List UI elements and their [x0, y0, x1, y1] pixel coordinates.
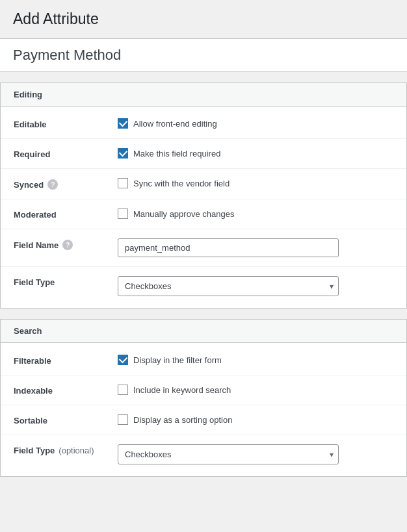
editing-section-header: Editing — [1, 83, 406, 107]
moderated-label[interactable]: Manually approve changes — [118, 209, 234, 219]
synced-help-icon[interactable]: ? — [47, 179, 58, 190]
required-checkbox[interactable] — [118, 148, 128, 158]
synced-label[interactable]: Sync with the vendor field — [118, 178, 230, 188]
field-row-moderated: Moderated Manually approve changes — [1, 199, 406, 229]
page-title: Add Attribute — [0, 10, 407, 38]
field-row-required: Required Make this field required — [1, 139, 406, 169]
field-row-synced: Synced ? Sync with the vendor field — [1, 169, 406, 199]
control-moderated: Manually approve changes — [118, 209, 393, 219]
label-field-name: Field Name ? — [14, 238, 118, 250]
search-section: Search Filterable Display in the filter … — [0, 319, 407, 477]
label-moderated: Moderated — [14, 209, 118, 220]
indexable-label[interactable]: Include in keyword search — [118, 385, 231, 395]
synced-checkbox[interactable] — [118, 178, 128, 188]
sortable-checkbox[interactable] — [118, 414, 128, 425]
control-filterable: Display in the filter form — [118, 355, 393, 365]
control-editable: Allow front-end editing — [118, 118, 393, 129]
required-label[interactable]: Make this field required — [118, 148, 220, 158]
sortable-label[interactable]: Display as a sorting option — [118, 414, 232, 425]
moderated-checkbox[interactable] — [118, 209, 128, 219]
search-section-header: Search — [1, 320, 406, 343]
control-sortable: Display as a sorting option — [118, 414, 393, 425]
label-indexable: Indexable — [14, 385, 118, 396]
search-field-type-optional: (optional) — [59, 446, 94, 455]
search-section-body: Filterable Display in the filter form In… — [1, 343, 406, 476]
field-row-filterable: Filterable Display in the filter form — [1, 346, 406, 375]
indexable-checkbox[interactable] — [118, 385, 128, 395]
filterable-checkbox[interactable] — [118, 355, 128, 365]
page-wrapper: Add Attribute Editing Editable Allow fro… — [0, 0, 407, 477]
label-sortable: Sortable — [14, 414, 118, 425]
field-row-field-name: Field Name ? — [1, 229, 406, 267]
editable-checkbox[interactable] — [118, 118, 128, 129]
field-row-search-field-type: Field Type (optional) Checkboxes Text Se… — [1, 435, 406, 474]
label-editable: Editable — [14, 118, 118, 129]
attribute-name-input[interactable] — [13, 47, 394, 64]
filterable-label[interactable]: Display in the filter form — [118, 355, 222, 365]
field-name-input[interactable] — [118, 238, 339, 257]
label-synced: Synced ? — [14, 178, 118, 190]
field-row-field-type: Field Type Checkboxes Text Select Radio … — [1, 267, 406, 305]
editing-section-body: Editable Allow front-end editing Require… — [1, 107, 406, 308]
attribute-name-wrap — [0, 38, 407, 72]
field-name-help-icon[interactable]: ? — [62, 240, 73, 250]
control-search-field-type: Checkboxes Text Select Radio Textarea Da… — [118, 444, 393, 464]
field-row-sortable: Sortable Display as a sorting option — [1, 405, 406, 435]
label-field-type: Field Type — [14, 276, 118, 287]
control-required: Make this field required — [118, 148, 393, 158]
label-filterable: Filterable — [14, 355, 118, 366]
field-type-select[interactable]: Checkboxes Text Select Radio Textarea Da… — [118, 276, 339, 296]
control-field-name — [118, 238, 393, 257]
control-field-type: Checkboxes Text Select Radio Textarea Da… — [118, 276, 393, 296]
search-field-type-select[interactable]: Checkboxes Text Select Radio Textarea Da… — [118, 444, 339, 464]
field-row-editable: Editable Allow front-end editing — [1, 109, 406, 139]
control-synced: Sync with the vendor field — [118, 178, 393, 188]
editing-section: Editing Editable Allow front-end editing… — [0, 82, 407, 309]
field-type-select-wrap: Checkboxes Text Select Radio Textarea Da… — [118, 276, 339, 296]
label-search-field-type: Field Type (optional) — [14, 444, 118, 455]
control-indexable: Include in keyword search — [118, 385, 393, 395]
label-required: Required — [14, 148, 118, 159]
editable-label[interactable]: Allow front-end editing — [118, 118, 217, 129]
field-row-indexable: Indexable Include in keyword search — [1, 375, 406, 405]
search-field-type-select-wrap: Checkboxes Text Select Radio Textarea Da… — [118, 444, 339, 464]
